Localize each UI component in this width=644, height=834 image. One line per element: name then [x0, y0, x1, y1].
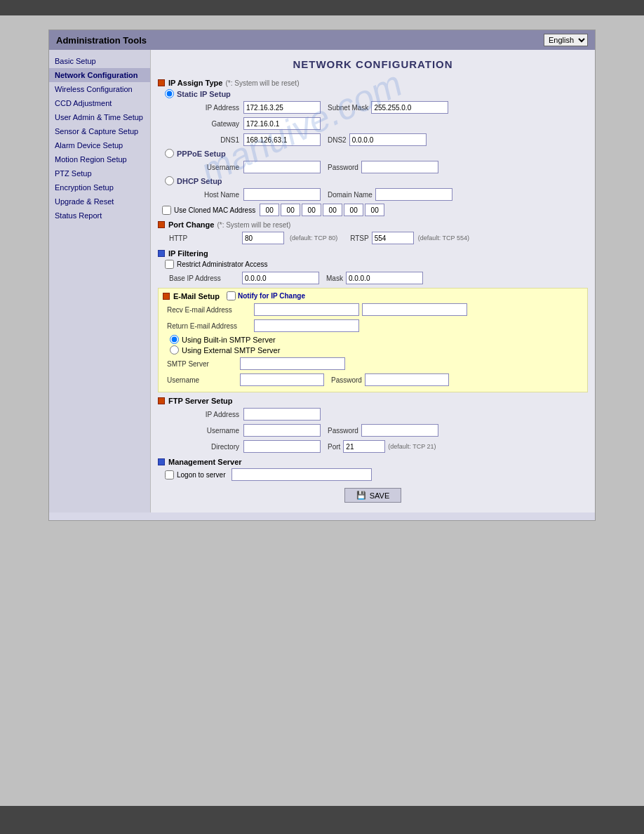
mac-cloning-label: Use Cloned MAC Address — [174, 206, 255, 214]
save-button[interactable]: 💾 SAVE — [344, 488, 402, 503]
sidebar: Basic Setup Network Configuration Wirele… — [49, 50, 151, 512]
mac-octet-2[interactable] — [281, 204, 300, 216]
ftp-fields: IP Address Username Password Directory P… — [158, 407, 588, 454]
ip-address-label: IP Address — [166, 104, 243, 112]
dns1-label: DNS1 — [166, 136, 243, 144]
sidebar-item-ccd-adjustment[interactable]: CCD Adjustment — [49, 96, 150, 110]
logon-server-checkbox[interactable] — [165, 470, 174, 479]
ftp-ip-input[interactable] — [243, 408, 321, 421]
mgmt-server-input[interactable] — [232, 468, 372, 481]
smtp-username-label: Username — [163, 376, 240, 384]
recv-email-input1[interactable] — [254, 303, 359, 316]
smtp-server-input[interactable] — [240, 357, 345, 370]
ip-filtering-header: IP Filtering — [158, 249, 588, 258]
mask-input[interactable] — [346, 272, 423, 284]
sidebar-item-network-config[interactable]: Network Configuration — [49, 68, 150, 82]
restrict-admin-label: Restrict Administrator Access — [177, 260, 267, 268]
sidebar-item-upgrade-reset[interactable]: Upgrade & Reset — [49, 194, 150, 208]
http-default: (default: TCP 80) — [290, 234, 337, 241]
mac-octet-6[interactable] — [365, 204, 384, 216]
static-ip-radio[interactable] — [165, 89, 174, 98]
dns2-label: DNS2 — [328, 136, 347, 144]
smtp-password-input[interactable] — [365, 373, 449, 386]
smtp-username-input[interactable] — [240, 373, 324, 386]
rtsp-port-input[interactable] — [372, 232, 414, 244]
sidebar-item-status-report[interactable]: Status Report — [49, 208, 150, 223]
sidebar-item-wireless-config[interactable]: Wireless Configuration — [49, 82, 150, 96]
sidebar-item-alarm-device[interactable]: Alarm Device Setup — [49, 138, 150, 152]
restrict-admin-row: Restrict Administrator Access — [165, 260, 588, 269]
dns2-input[interactable] — [349, 133, 427, 146]
ftp-port-input[interactable] — [343, 440, 385, 453]
email-section-header: E-Mail Setup Notify for IP Change — [163, 291, 583, 300]
bottom-bar — [0, 806, 644, 834]
ip-address-input[interactable] — [243, 101, 321, 114]
ip-assign-icon — [158, 79, 165, 86]
pppoe-username-input[interactable] — [243, 161, 321, 173]
mac-octet-4[interactable] — [323, 204, 342, 216]
ip-address-row: IP Address Subnet Mask — [166, 100, 588, 114]
sidebar-item-sensor-capture[interactable]: Sensor & Capture Setup — [49, 124, 150, 138]
restrict-admin-checkbox[interactable] — [165, 260, 174, 269]
sidebar-item-motion-region[interactable]: Motion Region Setup — [49, 152, 150, 166]
mac-octet-3[interactable] — [302, 204, 321, 216]
pppoe-password-input[interactable] — [361, 161, 438, 173]
mac-cloning-checkbox[interactable] — [162, 206, 171, 215]
mask-label: Mask — [326, 274, 343, 282]
subnet-mask-input[interactable] — [371, 101, 448, 114]
ftp-username-input[interactable] — [243, 424, 321, 437]
base-ip-label: Base IP Address — [165, 274, 242, 282]
gateway-label: Gateway — [166, 120, 243, 128]
email-header-left: E-Mail Setup — [163, 292, 220, 300]
dns1-input[interactable] — [243, 133, 321, 146]
smtp-credentials-row: Username Password — [163, 373, 583, 387]
port-row: HTTP (default: TCP 80) RTSP (default: TC… — [165, 231, 588, 245]
ftp-directory-input[interactable] — [243, 440, 321, 453]
sidebar-item-encryption[interactable]: Encryption Setup — [49, 180, 150, 194]
language-select[interactable]: English — [544, 34, 588, 46]
gateway-input[interactable] — [243, 117, 321, 130]
notify-ip-change-checkbox[interactable] — [227, 291, 236, 300]
smtp-password-label: Password — [331, 376, 362, 384]
builtin-smtp-radio[interactable] — [170, 335, 179, 344]
return-email-input[interactable] — [254, 319, 359, 332]
ftp-dir-port-row: Directory Port (default: TCP 21) — [166, 439, 588, 454]
dhcp-names-row: Host Name Domain Name — [166, 187, 588, 201]
external-smtp-radio[interactable] — [170, 345, 179, 355]
dhcp-domainname-input[interactable] — [375, 188, 452, 201]
save-row: 💾 SAVE — [158, 488, 588, 503]
port-change-icon — [158, 221, 165, 228]
mac-octet-5[interactable] — [344, 204, 363, 216]
sidebar-item-basic-setup[interactable]: Basic Setup — [49, 54, 150, 68]
dhcp-radio[interactable] — [165, 176, 174, 185]
pppoe-label: PPPoE Setup — [177, 150, 226, 158]
base-ip-input[interactable] — [242, 272, 319, 284]
pppoe-fields: Username Password — [158, 160, 588, 174]
admin-panel: Administration Tools English Basic Setup… — [48, 29, 596, 521]
ip-assign-header: IP Assign Type (*: System will be reset) — [158, 79, 588, 87]
save-icon: 💾 — [356, 491, 366, 500]
recv-email-row: Recv E-mail Address — [163, 303, 583, 317]
mgmt-header: Management Server — [158, 458, 588, 466]
recv-email-input2[interactable] — [362, 303, 467, 316]
admin-body: Basic Setup Network Configuration Wirele… — [49, 50, 595, 512]
mac-octet-1[interactable] — [260, 204, 279, 216]
static-ip-label: Static IP Setup — [177, 90, 231, 98]
ftp-port-default: (default: TCP 21) — [388, 443, 436, 450]
port-change-header: Port Change (*: System will be reset) — [158, 220, 588, 229]
sidebar-item-ptz-setup[interactable]: PTZ Setup — [49, 166, 150, 180]
dns-row: DNS1 DNS2 — [166, 133, 588, 147]
http-port-input[interactable] — [242, 232, 284, 244]
top-bar — [0, 0, 644, 15]
ftp-password-input[interactable] — [361, 424, 438, 437]
builtin-smtp-row: Using Built-in SMTP Server — [170, 335, 583, 344]
dhcp-domainname-label: Domain Name — [328, 191, 373, 199]
ftp-directory-label: Directory — [166, 443, 243, 451]
dhcp-hostname-input[interactable] — [243, 188, 321, 201]
http-label: HTTP — [165, 234, 242, 242]
external-smtp-row: Using External SMTP Server — [170, 345, 583, 355]
ip-filtering-icon — [158, 250, 165, 257]
pppoe-credentials-row: Username Password — [166, 160, 588, 174]
pppoe-radio[interactable] — [165, 149, 174, 158]
sidebar-item-user-admin[interactable]: User Admin & Time Setup — [49, 110, 150, 124]
